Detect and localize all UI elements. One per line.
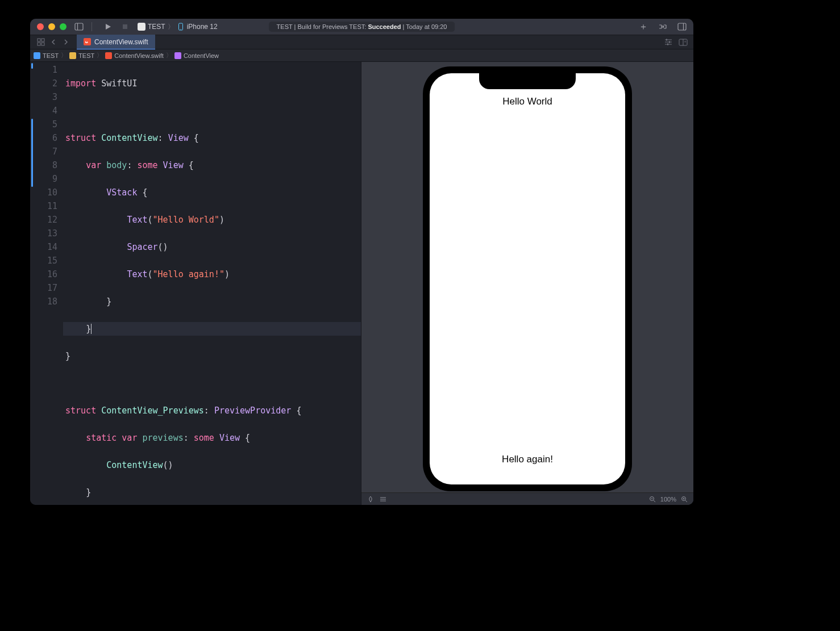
device-frame: Hello World Hello again! <box>423 66 632 491</box>
crumb-project: TEST <box>43 52 59 59</box>
svg-rect-17 <box>667 44 668 45</box>
tab-contentview[interactable]: ContentView.swift <box>77 35 155 49</box>
preview-settings-button[interactable] <box>380 496 386 503</box>
swift-file-icon <box>84 38 91 45</box>
zoom-window-button[interactable] <box>60 23 66 30</box>
adjust-editor-button[interactable] <box>664 38 673 46</box>
svg-line-25 <box>654 500 655 502</box>
folder-icon <box>69 52 76 59</box>
minimize-window-button[interactable] <box>48 23 55 30</box>
svg-point-4 <box>180 29 181 30</box>
svg-rect-8 <box>41 39 44 41</box>
zoom-out-button[interactable] <box>649 496 656 503</box>
stop-button[interactable] <box>120 22 130 31</box>
struct-icon <box>174 52 181 59</box>
close-window-button[interactable] <box>37 23 44 30</box>
preview-top-text: Hello World <box>502 96 552 107</box>
svg-rect-0 <box>75 23 83 30</box>
change-indicator <box>31 119 33 187</box>
status-suffix: | Today at 09:20 <box>401 23 447 30</box>
main-split: 1 2 3 4 5 6 7 8 9 10 11 12 13 14 15 16 1 <box>30 62 693 505</box>
project-icon <box>34 52 40 59</box>
svg-rect-5 <box>678 23 686 30</box>
status-result: Succeeded <box>368 23 401 30</box>
code-review-button[interactable] <box>658 22 667 31</box>
zoom-level[interactable]: 100% <box>660 496 676 503</box>
svg-line-28 <box>685 500 687 502</box>
crumb-folder: TEST <box>78 52 94 59</box>
activity-status[interactable]: TEST | Build for Previews TEST: Succeede… <box>269 22 455 32</box>
nav-forward-button[interactable] <box>61 37 71 47</box>
svg-rect-7 <box>38 39 40 41</box>
svg-rect-2 <box>123 24 127 29</box>
pin-preview-button[interactable] <box>367 496 374 503</box>
line-gutter: 1 2 3 4 5 6 7 8 9 10 11 12 13 14 15 16 1 <box>30 63 63 505</box>
toggle-navigator-button[interactable] <box>74 22 84 31</box>
crumb-file: ContentView.swift <box>114 52 164 59</box>
add-editor-button[interactable]: + <box>679 38 688 46</box>
related-items-button[interactable] <box>36 37 46 47</box>
crumb-symbol: ContentView <box>184 52 219 59</box>
titlebar: TEST 〉 iPhone 12 TEST | Build for Previe… <box>30 19 693 35</box>
xcode-window: TEST 〉 iPhone 12 TEST | Build for Previe… <box>30 19 693 505</box>
nav-back-button[interactable] <box>48 37 59 47</box>
library-button[interactable]: ＋ <box>639 22 648 31</box>
svg-rect-16 <box>669 41 670 43</box>
scheme-selector[interactable]: TEST 〉 iPhone 12 <box>138 22 218 32</box>
svg-rect-9 <box>38 43 40 45</box>
svg-text:+: + <box>684 40 686 44</box>
tab-bar: ContentView.swift + <box>30 35 693 49</box>
device-notch <box>479 73 576 89</box>
device-icon <box>177 23 185 31</box>
device-screen: Hello World Hello again! <box>430 73 625 484</box>
run-button[interactable] <box>103 22 113 31</box>
canvas-toolbar: 100% <box>361 492 693 505</box>
code-content[interactable]: import SwiftUI struct ContentView: View … <box>63 63 361 505</box>
toolbar-divider <box>92 22 92 31</box>
scheme-device-label: iPhone 12 <box>187 23 218 31</box>
zoom-in-button[interactable] <box>681 496 688 503</box>
jump-bar[interactable]: TEST 〉 TEST 〉 ContentView.swift 〉 Conten… <box>30 49 693 62</box>
preview-canvas: Hello World Hello again! <box>361 62 693 505</box>
text-cursor <box>91 324 92 334</box>
status-prefix: TEST | Build for Previews TEST: <box>277 23 368 30</box>
tab-label: ContentView.swift <box>94 38 148 46</box>
toggle-inspector-button[interactable] <box>677 22 687 31</box>
preview-bottom-text: Hello again! <box>502 454 553 465</box>
canvas-viewport[interactable]: Hello World Hello again! <box>361 62 693 492</box>
svg-rect-15 <box>666 39 667 41</box>
app-icon <box>138 23 145 31</box>
source-editor[interactable]: 1 2 3 4 5 6 7 8 9 10 11 12 13 14 15 16 1 <box>30 62 361 505</box>
swift-file-icon <box>105 52 112 59</box>
change-indicator <box>31 63 33 69</box>
window-controls <box>37 23 66 30</box>
scheme-target-label: TEST <box>148 23 165 31</box>
svg-rect-10 <box>41 43 44 45</box>
